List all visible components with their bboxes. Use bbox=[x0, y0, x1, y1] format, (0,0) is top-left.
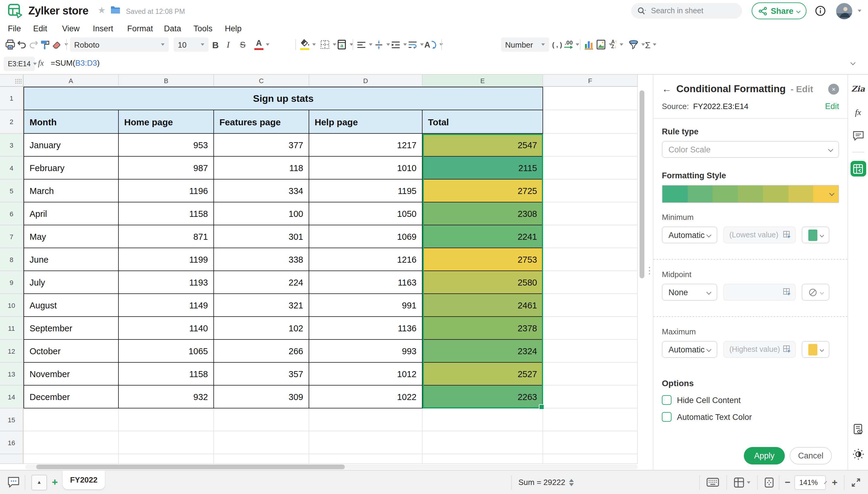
row-header[interactable]: 6 bbox=[0, 203, 23, 225]
favorite-star-icon[interactable]: ★ bbox=[98, 5, 106, 15]
print-button[interactable] bbox=[5, 36, 16, 53]
menu-insert[interactable]: Insert bbox=[93, 24, 113, 33]
row-header[interactable]: 2 bbox=[0, 110, 23, 134]
cell[interactable]: April bbox=[23, 203, 119, 225]
cell[interactable] bbox=[543, 110, 638, 134]
format-painter-button[interactable] bbox=[40, 36, 51, 53]
cell-total[interactable]: 2378 bbox=[423, 317, 543, 340]
row-header[interactable]: 5 bbox=[0, 179, 23, 203]
apply-button[interactable]: Apply bbox=[744, 447, 785, 464]
fill-color-button[interactable] bbox=[300, 36, 316, 53]
cell[interactable]: 932 bbox=[119, 385, 214, 408]
cell[interactable] bbox=[543, 271, 638, 294]
cell[interactable]: March bbox=[23, 179, 119, 203]
cell[interactable]: 1163 bbox=[309, 271, 423, 294]
vertical-scrollbar-thumb[interactable] bbox=[640, 90, 644, 278]
cell-total[interactable]: 2527 bbox=[423, 363, 543, 385]
decimal-places-button[interactable]: .00 bbox=[564, 36, 579, 53]
sheet-list-button[interactable]: ▲ bbox=[31, 471, 47, 494]
back-arrow-icon[interactable]: ← bbox=[662, 84, 671, 94]
contrast-theme-icon[interactable] bbox=[852, 448, 864, 460]
functions-icon[interactable]: fx bbox=[855, 108, 861, 117]
cell[interactable]: February bbox=[23, 157, 119, 179]
cell[interactable]: 1158 bbox=[119, 363, 214, 385]
cell-total[interactable]: 2725 bbox=[423, 179, 543, 203]
table-title-cell[interactable]: Sign up stats bbox=[23, 87, 543, 110]
zoom-out-button[interactable]: − bbox=[785, 471, 791, 494]
menu-view[interactable]: View bbox=[62, 24, 79, 33]
menu-edit[interactable]: Edit bbox=[33, 24, 47, 33]
indent-button[interactable] bbox=[391, 36, 407, 53]
cell[interactable] bbox=[543, 87, 638, 110]
cell[interactable]: 357 bbox=[214, 363, 309, 385]
header-cell-features-page[interactable]: Features page bbox=[214, 110, 309, 134]
formula-input[interactable]: =SUM(B3:D3) bbox=[51, 58, 100, 68]
row-header[interactable]: 9 bbox=[0, 271, 23, 294]
horizontal-align-button[interactable] bbox=[356, 36, 372, 53]
checkbox-automatic-text-color[interactable] bbox=[662, 412, 671, 422]
horizontal-scrollbar[interactable] bbox=[25, 464, 638, 469]
cell[interactable] bbox=[309, 408, 423, 431]
italic-button[interactable]: I bbox=[227, 36, 230, 53]
cell[interactable]: 1012 bbox=[309, 363, 423, 385]
cell[interactable] bbox=[214, 454, 309, 464]
cell-total[interactable]: 2580 bbox=[423, 271, 543, 294]
chat-icon[interactable] bbox=[7, 471, 20, 494]
conditional-formatting-panel-icon[interactable] bbox=[850, 161, 866, 176]
text-rotation-button[interactable]: A bbox=[424, 36, 443, 53]
user-avatar[interactable] bbox=[836, 3, 852, 19]
cell-total[interactable]: 2461 bbox=[423, 294, 543, 317]
cell[interactable] bbox=[543, 248, 638, 271]
cell[interactable] bbox=[543, 385, 638, 408]
cell[interactable] bbox=[423, 431, 543, 454]
cell[interactable]: 1199 bbox=[119, 248, 214, 271]
cell[interactable]: 993 bbox=[309, 340, 423, 363]
fullscreen-icon[interactable] bbox=[851, 471, 861, 494]
menu-data[interactable]: Data bbox=[164, 24, 181, 33]
cell[interactable]: 953 bbox=[119, 134, 214, 157]
rule-type-select[interactable]: Color Scale bbox=[662, 141, 839, 158]
cell[interactable]: 1069 bbox=[309, 225, 423, 248]
cell[interactable] bbox=[23, 408, 119, 431]
cell[interactable]: 1136 bbox=[309, 317, 423, 340]
row-header[interactable]: 10 bbox=[0, 294, 23, 317]
cell[interactable]: 102 bbox=[214, 317, 309, 340]
cell[interactable] bbox=[23, 431, 119, 454]
cell[interactable] bbox=[309, 431, 423, 454]
row-header[interactable]: 11 bbox=[0, 317, 23, 340]
cancel-button[interactable]: Cancel bbox=[790, 447, 832, 464]
header-cell-home-page[interactable]: Home page bbox=[119, 110, 214, 134]
search-input[interactable]: Search in sheet bbox=[631, 3, 742, 19]
cell[interactable]: 1022 bbox=[309, 385, 423, 408]
maximum-color-swatch[interactable] bbox=[802, 341, 829, 358]
erase-format-button[interactable] bbox=[51, 36, 68, 53]
cell[interactable] bbox=[543, 408, 638, 431]
cell[interactable]: 334 bbox=[214, 179, 309, 203]
row-header[interactable] bbox=[0, 454, 23, 464]
cell[interactable] bbox=[543, 340, 638, 363]
folder-icon[interactable] bbox=[110, 5, 121, 15]
cell[interactable]: 1216 bbox=[309, 248, 423, 271]
cell-total[interactable]: 2115 bbox=[423, 157, 543, 179]
menu-file[interactable]: File bbox=[8, 24, 21, 33]
cell[interactable]: 1196 bbox=[119, 179, 214, 203]
col-header-d[interactable]: D bbox=[309, 75, 423, 87]
cell-total[interactable]: 2263 bbox=[423, 385, 543, 408]
col-header-c[interactable]: C bbox=[214, 75, 309, 87]
fit-to-screen-icon[interactable] bbox=[764, 471, 774, 494]
row-header[interactable]: 12 bbox=[0, 340, 23, 363]
comments-icon[interactable] bbox=[852, 131, 864, 141]
cell[interactable] bbox=[543, 317, 638, 340]
document-info-icon[interactable] bbox=[852, 423, 864, 435]
wrap-text-button[interactable] bbox=[407, 36, 424, 53]
cell[interactable] bbox=[543, 454, 638, 464]
cell[interactable]: 1140 bbox=[119, 317, 214, 340]
cell-total[interactable]: 2324 bbox=[423, 340, 543, 363]
horizontal-scrollbar-thumb[interactable] bbox=[36, 464, 345, 469]
cell-total[interactable]: 2753 bbox=[423, 248, 543, 271]
cell-total[interactable]: 2547 bbox=[423, 134, 543, 157]
cell[interactable] bbox=[309, 454, 423, 464]
cell[interactable]: August bbox=[23, 294, 119, 317]
sort-button[interactable]: A↑Z↓ bbox=[611, 36, 623, 53]
formula-bar-expand-chevron-icon[interactable] bbox=[851, 60, 856, 65]
